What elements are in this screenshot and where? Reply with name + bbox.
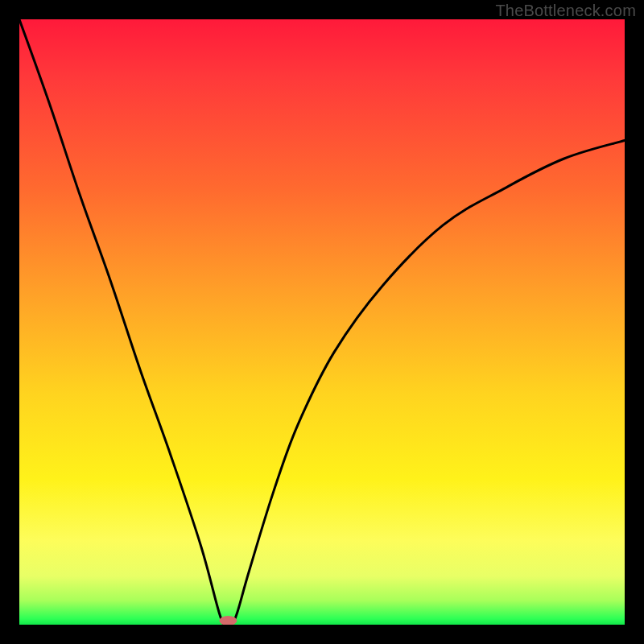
attribution-text: TheBottleneck.com <box>495 2 636 20</box>
chart-frame: TheBottleneck.com <box>0 0 644 644</box>
plot-area <box>19 19 625 625</box>
valley-marker <box>219 616 237 625</box>
bottleneck-curve-path <box>19 19 625 625</box>
curve-svg <box>19 19 625 625</box>
